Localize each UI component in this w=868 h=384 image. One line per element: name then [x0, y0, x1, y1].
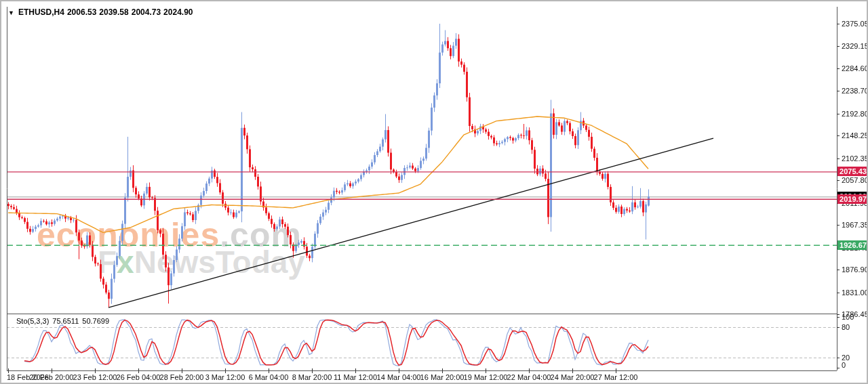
price-tick-label: 2329.15	[842, 42, 868, 50]
time-tick-label: 26 Feb 04:00	[117, 373, 161, 381]
price-tick-label: 2375.05	[842, 20, 868, 28]
price-tick-label: 1876.90	[842, 265, 868, 274]
time-tick-label: 6 Mar 04:00	[249, 373, 289, 381]
resistance-price-label: 2019.97	[837, 194, 868, 204]
stochastic-main-value: 75.6511	[52, 317, 79, 325]
price-tick-label: 2102.35	[842, 154, 868, 163]
price-tick-label: 2192.80	[842, 110, 868, 118]
quote-high: 2039.58	[99, 7, 128, 17]
support-price-label: 1926.67	[837, 240, 868, 250]
time-tick-label: 22 Mar 04:00	[507, 373, 551, 381]
time-tick-label: 23 Feb 12:00	[73, 373, 117, 381]
time-tick-label: 27 Mar 12:00	[594, 373, 638, 381]
time-tick-label: 16 Mar 20:00	[420, 373, 465, 381]
price-tick-label: 2148.25	[842, 131, 868, 140]
chart-window: economies.com FxNewsToday ▼ETHUSD,H42006…	[0, 0, 868, 384]
quote-low: 2004.73	[132, 7, 161, 17]
stochastic-label: Sto(5,3,3)75.651150.7699	[16, 317, 113, 325]
chevron-down-icon[interactable]: ▼	[8, 9, 14, 16]
stochastic-tick-label: 100	[842, 313, 854, 321]
price-tick-label: 2284.60	[842, 64, 868, 72]
time-tick-label: 19 Mar 12:00	[464, 373, 508, 381]
symbol-timeframe: ETHUSD,H4	[18, 7, 64, 17]
price-tick-label: 2057.80	[842, 176, 868, 184]
stochastic-tick-label: 80	[842, 323, 850, 331]
resistance-price-label: 2075.43	[837, 167, 868, 176]
labels-layer: ▼ETHUSD,H42006.532039.582004.732024.90 S…	[1, 1, 868, 384]
stochastic-signal-value: 50.7699	[82, 317, 109, 325]
price-tick-label: 2238.70	[842, 87, 868, 95]
time-tick-label: 20 Feb 20:00	[30, 373, 74, 381]
time-tick-label: 11 Mar 12:00	[334, 373, 377, 381]
price-tick-label: 1967.35	[842, 221, 868, 229]
time-tick-label: 28 Feb 20:00	[160, 373, 204, 381]
time-tick-label: 24 Mar 20:00	[551, 373, 595, 381]
quote-close: 2024.90	[163, 7, 193, 17]
price-tick-label: 1831.00	[842, 289, 868, 297]
time-tick-label: 3 Mar 12:00	[205, 373, 245, 381]
stochastic-name: Sto(5,3,3)	[16, 317, 49, 325]
quote-line: ▼ETHUSD,H42006.532039.582004.732024.90	[8, 7, 196, 17]
stochastic-tick-label: 0	[842, 361, 846, 369]
quote-open: 2006.53	[67, 7, 96, 17]
time-tick-label: 8 Mar 20:00	[292, 373, 332, 381]
time-tick-label: 14 Mar 04:00	[377, 373, 421, 381]
